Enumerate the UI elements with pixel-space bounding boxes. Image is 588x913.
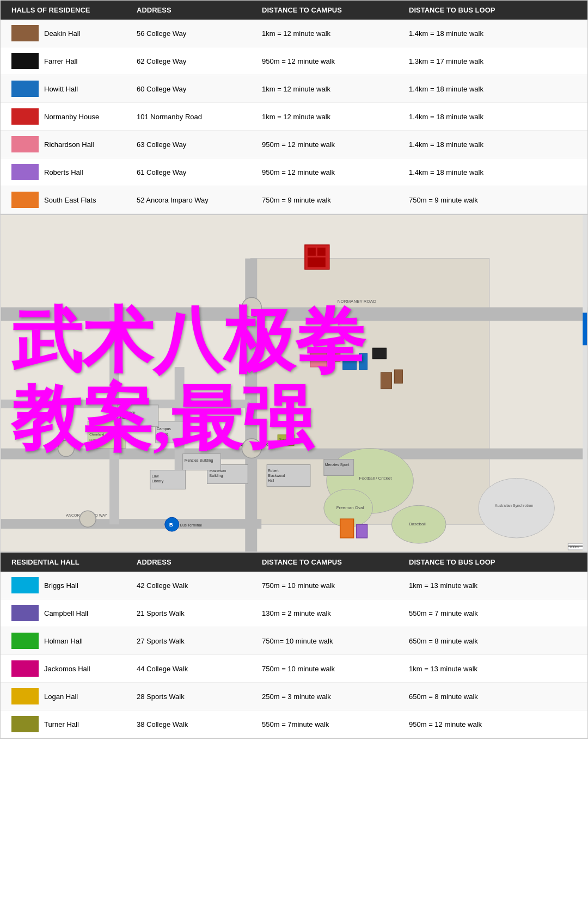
svg-rect-49: [308, 248, 316, 256]
bottom-table-row: Jackomos Hall 44 College Walk 750m = 10 …: [1, 655, 587, 683]
hall-name-cell: Logan Hall: [11, 688, 131, 704]
hall-distance-bus: 1.4km = 18 minute walk: [409, 85, 561, 93]
svg-text:Law: Law: [152, 474, 160, 478]
top-table-row: Farrer Hall 62 College Way 950m = 12 min…: [1, 47, 587, 75]
header-distance-bus: DISTANCE TO BUS LOOP: [409, 6, 561, 14]
hall-name-cell: Campbell Hall: [11, 605, 131, 621]
svg-rect-51: [308, 258, 326, 267]
color-swatch: [11, 136, 39, 152]
hall-name-cell: Turner Hall: [11, 716, 131, 732]
color-swatch: [11, 192, 39, 208]
header-address: ADDRESS: [137, 6, 256, 14]
hall-name: Deakin Hall: [44, 29, 80, 38]
hall-distance-bus: 550m = 7 minute walk: [409, 609, 561, 617]
color-swatch: [11, 688, 39, 704]
top-table-header: HALLS OF RESIDENCE ADDRESS DISTANCE TO C…: [1, 1, 587, 20]
svg-point-42: [479, 478, 555, 538]
hall-name-cell: Normanby House: [11, 108, 131, 125]
hall-distance-bus: 1.4km = 18 minute walk: [409, 29, 561, 38]
bottom-header-address: ADDRESS: [137, 558, 256, 566]
hall-distance-campus: 750m= 10 minute walk: [262, 637, 403, 645]
hall-name-cell: Holman Hall: [11, 633, 131, 649]
hall-address: 62 College Way: [137, 57, 256, 65]
bottom-table-row: Logan Hall 28 Sports Walk 250m = 3 minut…: [1, 683, 587, 710]
hall-address: 28 Sports Walk: [137, 693, 256, 701]
bottom-table-row: Campbell Hall 21 Sports Walk 130m = 2 mi…: [1, 599, 587, 627]
bottom-table-row: Turner Hall 38 College Walk 550m = 7minu…: [1, 710, 587, 738]
hall-name: Howitt Hall: [44, 85, 78, 93]
top-table-section: HALLS OF RESIDENCE ADDRESS DISTANCE TO C…: [0, 0, 588, 215]
hall-address: 101 Normanby Road: [137, 113, 256, 121]
svg-rect-60: [357, 524, 367, 538]
hall-address: 60 College Way: [137, 85, 256, 93]
hall-distance-campus: 950m = 12 minute walk: [262, 140, 403, 149]
hall-address: 21 Sports Walk: [137, 609, 256, 617]
hall-name: Normanby House: [44, 113, 99, 121]
color-swatch: [11, 633, 39, 649]
svg-text:100m: 100m: [569, 545, 579, 549]
hall-name: Campbell Hall: [44, 609, 88, 617]
color-swatch: [11, 577, 39, 593]
svg-text:Robert: Robert: [268, 469, 279, 473]
bottom-header-halls: RESIDENTIAL HALL: [11, 558, 131, 566]
hall-name: Turner Hall: [44, 720, 79, 728]
bottom-table-rows: Briggs Hall 42 College Walk 750m = 10 mi…: [1, 572, 587, 738]
svg-rect-69: [583, 215, 587, 552]
bottom-table-row: Holman Hall 27 Sports Walk 750m= 10 minu…: [1, 627, 587, 655]
svg-rect-57: [394, 370, 402, 383]
color-swatch: [11, 108, 39, 125]
hall-name-cell: Howitt Hall: [11, 81, 131, 97]
map-overlay-text: 武术八极拳 教案,最强: [11, 302, 365, 458]
hall-distance-bus: 650m = 8 minute walk: [409, 693, 561, 701]
hall-name: South East Flats: [44, 196, 96, 204]
svg-rect-58: [373, 348, 387, 359]
hall-address: 61 College Way: [137, 168, 256, 176]
hall-address: 56 College Way: [137, 29, 256, 38]
hall-distance-bus: 750m = 9 minute walk: [409, 196, 561, 204]
bottom-header-distance-campus: DISTANCE TO CAMPUS: [262, 558, 403, 566]
hall-distance-bus: 650m = 8 minute walk: [409, 637, 561, 645]
color-swatch: [11, 605, 39, 621]
hall-name: Roberts Hall: [44, 168, 83, 176]
hall-distance-campus: 1km = 12 minute walk: [262, 29, 403, 38]
hall-name: Jackomos Hall: [44, 665, 90, 673]
color-swatch: [11, 660, 39, 677]
hall-address: 27 Sports Walk: [137, 637, 256, 645]
bottom-table-header: RESIDENTIAL HALL ADDRESS DISTANCE TO CAM…: [1, 553, 587, 572]
svg-text:Menzies Building: Menzies Building: [185, 458, 213, 463]
hall-distance-campus: 250m = 3 minute walk: [262, 693, 403, 701]
hall-address: 44 College Walk: [137, 665, 256, 673]
hall-address: 52 Ancora Imparo Way: [137, 196, 256, 204]
bottom-table-row: Briggs Hall 42 College Walk 750m = 10 mi…: [1, 572, 587, 599]
hall-distance-bus: 1.4km = 18 minute walk: [409, 140, 561, 149]
svg-text:Library: Library: [152, 479, 164, 483]
hall-name-cell: Richardson Hall: [11, 136, 131, 152]
top-table-rows: Deakin Hall 56 College Way 1km = 12 minu…: [1, 20, 587, 214]
hall-name-cell: South East Flats: [11, 192, 131, 208]
hall-distance-bus: 1.3km = 17 minute walk: [409, 57, 561, 65]
hall-name: Richardson Hall: [44, 140, 94, 149]
hall-name: Farrer Hall: [44, 57, 77, 65]
svg-rect-56: [381, 372, 391, 389]
svg-text:Blackwood: Blackwood: [268, 474, 285, 477]
svg-text:Football / Cricket: Football / Cricket: [359, 476, 393, 481]
svg-text:Freeman Oval: Freeman Oval: [336, 505, 364, 510]
hall-distance-campus: 550m = 7minute walk: [262, 720, 403, 728]
svg-text:Australian Synchrotron: Australian Synchrotron: [495, 504, 534, 508]
header-distance-campus: DISTANCE TO CAMPUS: [262, 6, 403, 14]
color-swatch: [11, 164, 39, 180]
svg-rect-7: [1, 519, 261, 529]
hall-address: 63 College Way: [137, 140, 256, 149]
hall-distance-campus: 950m = 12 minute walk: [262, 168, 403, 176]
color-swatch: [11, 25, 39, 41]
color-swatch: [11, 716, 39, 732]
top-table-row: Howitt Hall 60 College Way 1km = 12 minu…: [1, 75, 587, 103]
hall-name: Holman Hall: [44, 637, 83, 645]
hall-name-cell: Briggs Hall: [11, 577, 131, 593]
svg-text:Menzies Sport: Menzies Sport: [325, 463, 350, 467]
hall-distance-campus: 750m = 10 minute walk: [262, 665, 403, 673]
hall-name-cell: Deakin Hall: [11, 25, 131, 41]
hall-distance-bus: 1.4km = 18 minute walk: [409, 113, 561, 121]
hall-distance-campus: 950m = 12 minute walk: [262, 57, 403, 65]
svg-point-46: [79, 511, 96, 527]
